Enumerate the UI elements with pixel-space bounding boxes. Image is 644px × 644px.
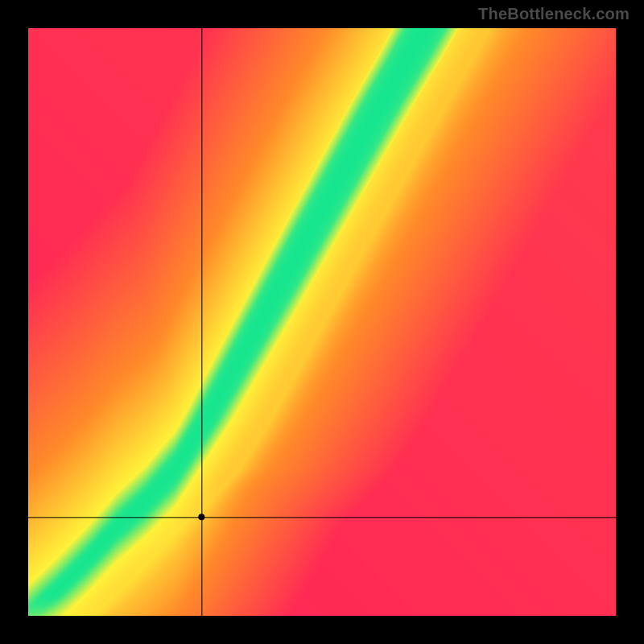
chart-frame: TheBottleneck.com (0, 0, 644, 644)
bottleneck-heatmap (28, 28, 616, 616)
watermark-text: TheBottleneck.com (478, 5, 630, 23)
